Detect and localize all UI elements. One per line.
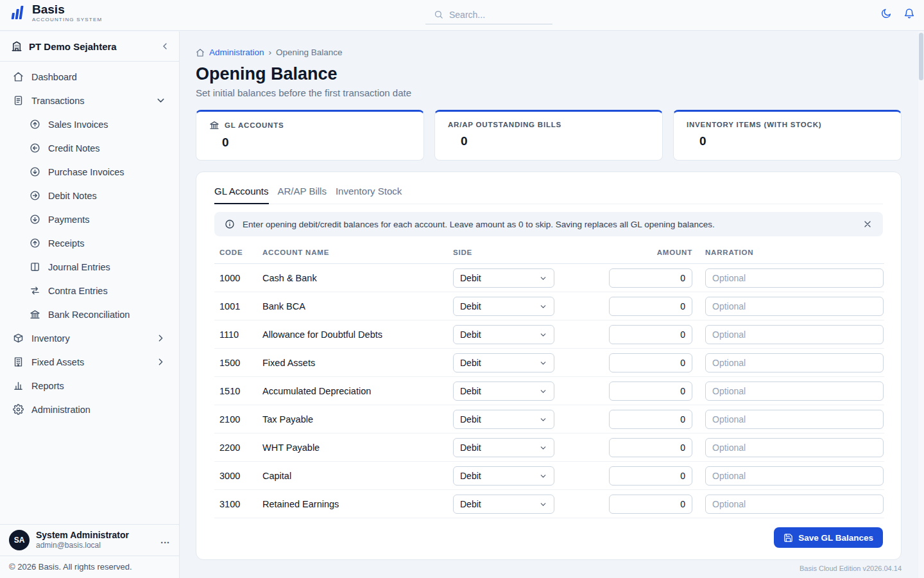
gl-account-row: 1510Accumulated DepreciationDebit bbox=[214, 377, 884, 405]
sidebar-item-purchase-invoices[interactable]: Purchase Invoices bbox=[6, 160, 173, 184]
side-select[interactable]: Debit bbox=[453, 466, 554, 486]
global-search bbox=[425, 5, 552, 24]
sidebar-item-inventory[interactable]: Inventory bbox=[6, 326, 173, 350]
chevron-down-icon bbox=[539, 302, 547, 311]
side-select-value: Debit bbox=[460, 386, 481, 396]
narration-input[interactable] bbox=[705, 268, 884, 288]
sidebar-item-debit-notes[interactable]: Debit Notes bbox=[6, 184, 173, 207]
sidebar-item-credit-notes[interactable]: Credit Notes bbox=[6, 136, 173, 160]
narration-input[interactable] bbox=[705, 297, 884, 316]
info-banner-text: Enter opening debit/credit balances for … bbox=[243, 220, 715, 229]
save-gl-balances-button[interactable]: Save GL Balances bbox=[774, 527, 883, 548]
sidebar-item-fixed-assets[interactable]: Fixed Assets bbox=[6, 350, 173, 374]
sidebar-item-journal-entries[interactable]: Journal Entries bbox=[6, 255, 173, 279]
notifications-button[interactable] bbox=[903, 8, 915, 21]
chevron-down-icon bbox=[539, 274, 547, 283]
top-actions bbox=[880, 8, 915, 21]
sidebar-item-dashboard[interactable]: Dashboard bbox=[6, 65, 173, 89]
stat-label: AR/AP OUTSTANDING BILLS bbox=[448, 120, 561, 129]
banner-close-button[interactable] bbox=[862, 219, 873, 229]
app-brand: Basis ACCOUNTING SYSTEM bbox=[9, 3, 102, 22]
breadcrumb-administration-link[interactable]: Administration bbox=[209, 48, 264, 57]
chart-icon bbox=[13, 380, 24, 391]
moon-icon bbox=[880, 8, 892, 19]
sidebar-item-bank-reconciliation[interactable]: Bank Reconciliation bbox=[6, 302, 173, 326]
sidebar-item-contra-entries[interactable]: Contra Entries bbox=[6, 279, 173, 302]
company-selector[interactable]: PT Demo Sejahtera bbox=[0, 31, 179, 62]
tab-inventory-stock[interactable]: Inventory Stock bbox=[336, 185, 402, 204]
amount-input[interactable] bbox=[609, 353, 692, 372]
narration-input[interactable] bbox=[705, 410, 884, 429]
amount-input[interactable] bbox=[609, 410, 692, 429]
amount-input[interactable] bbox=[609, 325, 692, 344]
amount-input[interactable] bbox=[609, 297, 692, 316]
gl-account-row: 2100Tax PayableDebit bbox=[214, 405, 884, 434]
col-header-code: CODE bbox=[214, 240, 262, 264]
user-name: System Administrator bbox=[36, 530, 129, 541]
save-button-label: Save GL Balances bbox=[798, 533, 873, 543]
sidebar-item-transactions[interactable]: Transactions bbox=[6, 89, 173, 112]
col-header-narration: NARRATION bbox=[699, 240, 884, 264]
stat-value: 0 bbox=[687, 134, 888, 149]
stat-value: 0 bbox=[448, 134, 649, 149]
sidebar-item-reports[interactable]: Reports bbox=[6, 374, 173, 398]
home-icon bbox=[13, 71, 24, 82]
narration-input[interactable] bbox=[705, 466, 884, 486]
side-select[interactable]: Debit bbox=[453, 410, 554, 429]
narration-input[interactable] bbox=[705, 325, 884, 344]
bank-icon bbox=[30, 309, 40, 320]
gl-account-row: 3000CapitalDebit bbox=[214, 462, 884, 490]
narration-input[interactable] bbox=[705, 438, 884, 457]
side-select[interactable]: Debit bbox=[453, 381, 554, 401]
narration-input[interactable] bbox=[705, 495, 884, 514]
sidebar-item-sales-invoices[interactable]: Sales Invoices bbox=[6, 112, 173, 136]
narration-input[interactable] bbox=[705, 353, 884, 372]
side-select[interactable]: Debit bbox=[453, 297, 554, 316]
chevron-right-icon bbox=[155, 333, 166, 344]
box-icon bbox=[13, 333, 24, 344]
amount-input[interactable] bbox=[609, 495, 692, 514]
sidebar-item-label: Payments bbox=[48, 215, 89, 225]
side-select[interactable]: Debit bbox=[453, 353, 554, 372]
side-select[interactable]: Debit bbox=[453, 438, 554, 457]
arrow-up-circle-icon bbox=[30, 119, 40, 130]
tab-ar-ap-bills[interactable]: AR/AP Bills bbox=[278, 185, 327, 204]
chevron-down-icon bbox=[155, 95, 166, 106]
account-name: Allowance for Doubtful Debts bbox=[262, 320, 453, 349]
sidebar-item-administration[interactable]: Administration bbox=[6, 398, 173, 421]
scrollbar[interactable] bbox=[918, 31, 924, 578]
sidebar-collapse-icon[interactable] bbox=[160, 41, 170, 51]
stat-card-arap-bills: AR/AP OUTSTANDING BILLS 0 bbox=[434, 110, 663, 161]
account-code: 1510 bbox=[214, 377, 262, 405]
amount-input[interactable] bbox=[609, 381, 692, 401]
user-menu-button[interactable]: ... bbox=[160, 535, 170, 545]
user-info: System Administrator admin@basis.local bbox=[36, 530, 129, 550]
stat-label: GL ACCOUNTS bbox=[225, 121, 284, 130]
avatar: SA bbox=[9, 530, 30, 550]
sidebar-item-label: Dashboard bbox=[31, 72, 77, 82]
theme-toggle-button[interactable] bbox=[880, 8, 892, 21]
amount-input[interactable] bbox=[609, 268, 692, 288]
amount-input[interactable] bbox=[609, 466, 692, 486]
narration-input[interactable] bbox=[705, 381, 884, 401]
page-title: Opening Balance bbox=[196, 64, 902, 84]
sidebar-item-receipts[interactable]: Receipts bbox=[6, 231, 173, 255]
side-select[interactable]: Debit bbox=[453, 268, 554, 288]
search-input[interactable] bbox=[449, 10, 545, 20]
side-select[interactable]: Debit bbox=[453, 495, 554, 514]
account-name: Cash & Bank bbox=[262, 264, 453, 292]
scrollbar-thumb[interactable] bbox=[919, 33, 923, 80]
account-code: 1110 bbox=[214, 320, 262, 349]
search-icon bbox=[434, 10, 443, 19]
gl-account-row: 2200WHT PayableDebit bbox=[214, 434, 884, 462]
amount-input[interactable] bbox=[609, 438, 692, 457]
sidebar-item-label: Inventory bbox=[31, 333, 70, 344]
info-icon bbox=[225, 219, 235, 229]
arrow-up-circle-icon bbox=[30, 238, 40, 249]
account-code: 1000 bbox=[214, 264, 262, 292]
sidebar-item-payments[interactable]: Payments bbox=[6, 207, 173, 231]
tab-gl-accounts[interactable]: GL Accounts bbox=[214, 185, 269, 204]
bank-icon bbox=[209, 120, 219, 130]
side-select-value: Debit bbox=[460, 471, 481, 481]
side-select[interactable]: Debit bbox=[453, 325, 554, 344]
